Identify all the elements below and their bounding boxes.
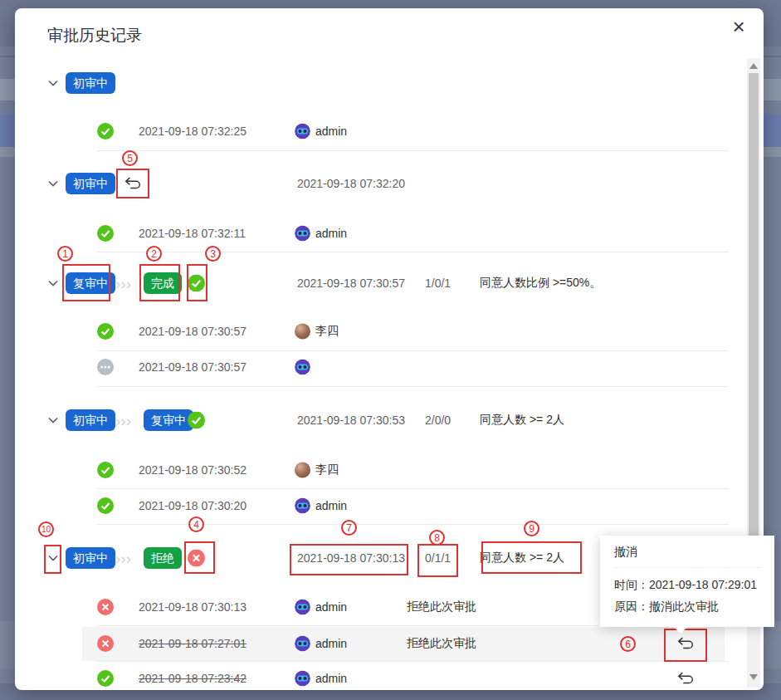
rejected-x-icon [97,635,114,652]
avatar [295,324,310,340]
modal-title: 审批历史记录 [47,25,142,47]
tooltip-time-label: 时间： [614,578,649,591]
record-row: 2021-09-18 07:30:57 [15,355,764,379]
annotation-circle-9: 9 [524,521,539,536]
status-badge: 初审中 [66,547,115,569]
record-user: admin [315,499,347,512]
annotation-circle-8: 8 [429,530,445,546]
annotation-box-3 [187,264,207,301]
record-user: admin [315,637,347,650]
divider [97,488,729,489]
status-badge: 初审中 [66,173,115,194]
record-row: 2021-09-18 07:27:01 admin 拒绝此次审批 [15,632,764,655]
annotation-box-6 [664,629,707,662]
entry-header: 初审中 ››› 复审中 2021-09-18 07:30:53 2/0/0 同意… [15,409,764,432]
avatar [295,636,310,652]
scrollbar-thumb[interactable] [749,73,759,536]
approval-rule: 同意人数 >= 2人 [480,413,564,428]
chevron-down-icon[interactable] [47,178,59,189]
annotation-box-1 [62,264,110,301]
record-time: 2021-09-18 07:30:13 [139,600,247,614]
annotation-circle-1: 1 [57,246,73,262]
record-user: admin [315,227,347,240]
annotation-box-4 [184,541,215,574]
approved-check-icon [97,225,114,242]
record-user: admin [315,672,347,685]
tooltip-time-row: 时间：2021-09-18 07:29:01 [614,574,762,595]
avatar [295,124,310,140]
flow-arrows-icon: ››› [115,551,131,566]
approved-check-icon [97,462,114,478]
approved-check-icon [97,123,114,140]
tooltip-arrow [674,627,687,634]
approved-check-icon [97,323,114,340]
entry-time: 2021-09-18 07:30:57 [297,277,405,290]
divider [97,252,729,252]
vote-counts: 2/0/0 [425,414,451,427]
entry-time: 2021-09-18 07:32:20 [297,177,405,190]
divider [97,150,729,151]
close-icon[interactable]: × [725,13,752,40]
scrollbar-down-arrow-icon[interactable] [749,674,758,680]
status-badge: 初审中 [66,409,115,431]
vote-counts: 1/0/1 [425,277,451,290]
approval-rule: 同意人数比例 >=50%。 [480,276,601,291]
record-user: admin [315,125,347,138]
record-time: 2021-09-18 07:27:01 [139,637,247,650]
undo-icon[interactable] [676,669,695,688]
annotation-circle-6: 6 [620,636,636,652]
record-user: 李四 [315,324,339,339]
divider [97,661,729,662]
scrollbar-up-arrow-icon[interactable] [749,63,758,69]
avatar [295,671,310,687]
annotation-box-9 [481,541,582,574]
annotation-circle-5: 5 [122,150,138,166]
record-row: 2021-09-18 07:30:52 李四 [15,458,764,482]
annotation-box-2 [139,264,180,301]
record-time: 2021-09-18 07:23:42 [139,672,247,685]
record-comment: 拒绝此次审批 [407,636,476,651]
tooltip-title: 撤消 [614,545,762,567]
record-user: 李四 [315,463,339,477]
approved-check-icon [97,497,114,514]
record-row: 2021-09-18 07:32:11 admin [15,222,764,245]
tooltip-reason-value: 撤消此次审批 [649,600,719,613]
status-badge: 初审中 [66,72,115,94]
avatar [295,226,310,242]
tooltip-reason-row: 原因：撤消此次审批 [614,595,762,617]
flow-arrows-icon: ››› [115,413,131,428]
tooltip-reason-label: 原因： [614,600,649,613]
status-badge: 复审中 [144,409,193,431]
record-row: 2021-09-18 07:23:42 admin [15,667,764,690]
annotation-circle-2: 2 [146,246,162,262]
record-time: 2021-09-18 07:30:57 [139,360,247,374]
annotation-box-10 [44,545,61,574]
annotation-circle-3: 3 [205,246,221,262]
divider [97,350,729,351]
entry-header: 初审中 [15,71,764,95]
record-time: 2021-09-18 07:32:25 [139,125,247,138]
record-time: 2021-09-18 07:30:52 [139,463,247,477]
entry-time: 2021-09-18 07:30:53 [297,414,405,427]
flow-arrows-icon: ››› [115,276,131,291]
annotation-circle-10: 10 [38,521,54,537]
annotation-box-5 [116,169,149,198]
chevron-down-icon[interactable] [47,77,59,89]
divider [97,386,729,387]
pending-dots-icon [97,359,114,375]
avatar [295,498,310,514]
record-time: 2021-09-18 07:30:57 [139,325,247,338]
rejected-x-icon [97,599,114,615]
chevron-down-icon[interactable] [47,277,59,289]
tooltip-divider [614,567,762,568]
chevron-down-icon[interactable] [47,414,59,426]
status-badge: 拒绝 [144,547,182,569]
approved-check-icon [188,412,205,429]
record-time: 2021-09-18 07:32:11 [139,227,246,240]
record-time: 2021-09-18 07:30:20 [139,499,247,512]
avatar [295,463,310,478]
annotation-box-7 [290,544,408,575]
annotation-circle-4: 4 [188,516,204,532]
record-row: 2021-09-18 07:30:57 李四 [15,320,764,343]
record-row: 2021-09-18 07:32:25 admin [15,120,764,143]
